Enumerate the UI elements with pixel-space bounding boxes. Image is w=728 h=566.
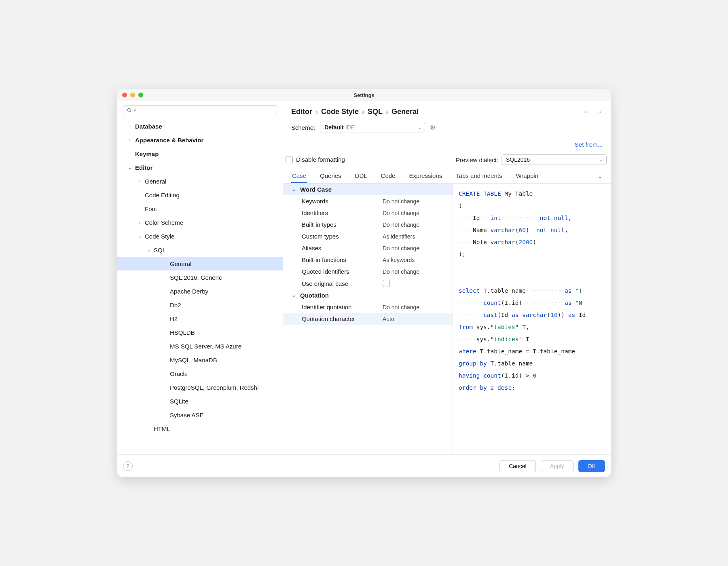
tree-item-label: Database <box>135 123 162 130</box>
tab[interactable]: Code <box>380 169 396 183</box>
option-row[interactable]: Use original case <box>283 277 453 289</box>
section-title: Word Case <box>300 186 332 193</box>
tree-item[interactable]: HSQLDB <box>117 325 283 339</box>
tree-item-label: Color Scheme <box>145 219 183 226</box>
option-row[interactable]: Built-in typesDo not change <box>283 219 453 230</box>
tree-item-label: Code Editing <box>145 192 180 199</box>
tree-item[interactable]: MS SQL Server, MS Azure <box>117 339 283 353</box>
option-row[interactable]: IdentifiersDo not change <box>283 207 453 219</box>
tree-arrow-icon: › <box>137 179 142 184</box>
tree-item[interactable]: MySQL, MariaDB <box>117 353 283 367</box>
option-key: Built-in functions <box>302 256 383 263</box>
tree-item[interactable]: Oracle <box>117 367 283 380</box>
nav-back-icon[interactable]: ← <box>583 108 590 116</box>
tree-item[interactable]: Db2 <box>117 298 283 312</box>
tree-item[interactable]: ⌄Code Style <box>117 229 283 243</box>
tree-item[interactable]: Keymap <box>117 147 283 161</box>
help-icon[interactable]: ? <box>123 461 133 471</box>
tree-item[interactable]: ›General <box>117 174 283 188</box>
tree-item-label: Apache Derby <box>170 288 208 295</box>
nav-forward-icon[interactable]: → <box>596 108 603 116</box>
apply-button[interactable]: Apply <box>541 460 574 472</box>
tree-item[interactable]: ›Database <box>117 119 283 133</box>
tree-item[interactable]: SQLite <box>117 394 283 408</box>
gear-icon[interactable]: ⚙ <box>430 124 436 131</box>
tab[interactable]: DDL <box>354 169 368 183</box>
disable-formatting-checkbox[interactable]: Disable formatting <box>286 156 345 163</box>
breadcrumb-general: General <box>392 108 419 116</box>
tree-item-label: MS SQL Server, MS Azure <box>170 343 241 350</box>
option-key: Identifiers <box>302 209 383 216</box>
tab[interactable]: Wrappin <box>515 169 539 183</box>
option-key: Quotation character <box>302 315 383 322</box>
search-field[interactable] <box>138 107 273 113</box>
settings-window: Settings ▾ ›Database›Appearance & Behavi… <box>117 89 611 477</box>
option-value: As identifiers <box>383 233 415 240</box>
breadcrumb-codestyle[interactable]: Code Style <box>321 108 359 116</box>
option-row[interactable]: Built-in functionsAs keywords <box>283 254 453 266</box>
tree-item[interactable]: ›Color Scheme <box>117 215 283 229</box>
tree-item-label: Sybase ASE <box>170 412 203 418</box>
options-section[interactable]: ⌄Quotation <box>283 289 453 301</box>
tree-item-label: HSQLDB <box>170 329 195 336</box>
tree-arrow-icon: ⌄ <box>137 234 142 239</box>
option-key: Custom types <box>302 233 383 240</box>
scheme-label: Scheme: <box>291 124 315 131</box>
option-value: Do not change <box>383 198 419 205</box>
chevron-down-icon: ⌄ <box>599 157 603 163</box>
cancel-button[interactable]: Cancel <box>499 460 536 472</box>
option-row[interactable]: Identifier quotationDo not change <box>283 301 453 313</box>
ok-button[interactable]: OK <box>578 460 605 472</box>
tree-item[interactable]: ⌄SQL <box>117 243 283 257</box>
tree-item[interactable]: Font <box>117 202 283 215</box>
option-value <box>383 280 390 287</box>
scheme-select[interactable]: DefaultIDE ⌄ <box>320 122 425 133</box>
checkbox-icon[interactable] <box>383 280 390 287</box>
option-key: Use original case <box>302 280 383 287</box>
svg-point-0 <box>127 108 130 111</box>
tree-item[interactable]: H2 <box>117 312 283 325</box>
option-row[interactable]: Quoted identifiersDo not change <box>283 266 453 277</box>
tabs-overflow-icon[interactable]: ⌄ <box>597 169 603 183</box>
tab[interactable]: Tabs and Indents <box>455 169 503 183</box>
tree-item[interactable]: ›Appearance & Behavior <box>117 133 283 147</box>
breadcrumb-editor[interactable]: Editor <box>291 108 312 116</box>
settings-tree[interactable]: ›Database›Appearance & BehaviorKeymap⌄Ed… <box>117 118 283 454</box>
tree-item[interactable]: General <box>117 257 283 270</box>
option-row[interactable]: Quotation characterAuto <box>283 313 453 325</box>
search-input[interactable]: ▾ <box>123 105 277 115</box>
option-row[interactable]: KeywordsDo not change <box>283 195 453 207</box>
tree-item[interactable]: SQL:2016, Generic <box>117 270 283 284</box>
option-row[interactable]: Custom typesAs identifiers <box>283 230 453 242</box>
tree-item[interactable]: ⌄Editor <box>117 161 283 174</box>
tree-item-label: MySQL, MariaDB <box>170 357 217 363</box>
tabs: CaseQueriesDDLCodeExpressionsTabs and In… <box>283 169 611 184</box>
tree-item[interactable]: Sybase ASE <box>117 408 283 422</box>
tree-item-label: Keymap <box>135 150 159 157</box>
tree-item[interactable]: Apache Derby <box>117 284 283 298</box>
tree-item-label: Oracle <box>170 370 188 377</box>
option-key: Keywords <box>302 198 383 205</box>
tree-item[interactable]: PostgreSQL, Greenplum, Redshi <box>117 380 283 394</box>
svg-line-1 <box>130 111 131 112</box>
preview-dialect-select[interactable]: SQL2016 ⌄ <box>502 154 607 165</box>
tab[interactable]: Case <box>291 169 307 183</box>
breadcrumb-sql[interactable]: SQL <box>368 108 383 116</box>
options-section[interactable]: ⌄Word Case <box>283 184 453 195</box>
option-key: Aliases <box>302 245 383 251</box>
chevron-down-icon: ⌄ <box>292 187 298 192</box>
tree-item-label: PostgreSQL, Greenplum, Redshi <box>170 384 258 391</box>
option-row[interactable]: AliasesDo not change <box>283 242 453 254</box>
options-panel[interactable]: ⌄Word CaseKeywordsDo not changeIdentifie… <box>283 184 453 454</box>
dropdown-caret-icon: ▾ <box>134 108 136 112</box>
option-key: Built-in types <box>302 221 383 228</box>
tab[interactable]: Queries <box>319 169 342 183</box>
set-from-link[interactable]: Set from... <box>575 141 603 148</box>
tree-item[interactable]: Code Editing <box>117 188 283 202</box>
tree-item-label: Appearance & Behavior <box>135 137 203 144</box>
tree-item[interactable]: HTML <box>117 422 283 435</box>
tab[interactable]: Expressions <box>408 169 443 183</box>
tree-arrow-icon: ⌄ <box>146 247 151 253</box>
option-value: Do not change <box>383 210 419 216</box>
tree-arrow-icon: › <box>137 220 142 225</box>
